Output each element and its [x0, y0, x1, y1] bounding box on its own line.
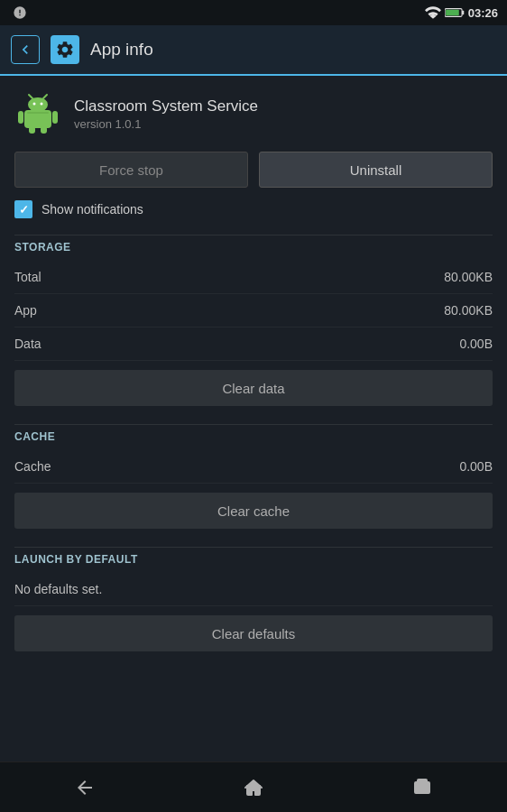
- nav-recent-button[interactable]: [395, 770, 449, 806]
- storage-app-row: App 80.00KB: [14, 294, 493, 328]
- cache-section-header: CACHE: [14, 424, 493, 447]
- svg-rect-1: [462, 11, 464, 14]
- page-title: App info: [90, 40, 153, 60]
- app-name: Classroom System Service: [74, 97, 258, 115]
- storage-app-value: 80.00KB: [444, 303, 493, 318]
- show-notifications-label: Show notifications: [41, 202, 143, 217]
- svg-rect-10: [52, 111, 58, 124]
- clear-cache-button[interactable]: Clear cache: [14, 493, 493, 529]
- checkmark-icon: ✓: [19, 204, 29, 216]
- svg-rect-14: [415, 782, 429, 793]
- nav-home-icon: [243, 777, 264, 798]
- svg-point-4: [28, 97, 48, 112]
- svg-line-8: [43, 95, 47, 98]
- wifi-icon: [425, 6, 441, 19]
- app-version: version 1.0.1: [74, 117, 258, 131]
- notification-row: ✓ Show notifications: [14, 200, 493, 218]
- back-button[interactable]: [11, 35, 40, 64]
- status-time: 03:26: [468, 6, 498, 20]
- app-header: Classroom System Service version 1.0.1: [14, 90, 493, 137]
- storage-total-label: Total: [14, 270, 41, 284]
- notification-icon: [13, 5, 27, 20]
- app-bar-settings-icon: [51, 35, 79, 64]
- battery-icon: [445, 6, 465, 19]
- cache-row: Cache 0.00B: [14, 450, 493, 484]
- storage-data-row: Data 0.00B: [14, 328, 493, 361]
- nav-home-button[interactable]: [226, 770, 281, 806]
- nav-bar: [0, 761, 507, 812]
- app-bar: App info: [0, 25, 507, 76]
- app-icon-wrapper: [14, 90, 61, 137]
- force-stop-button[interactable]: Force stop: [14, 152, 248, 188]
- storage-total-value: 80.00KB: [444, 270, 493, 284]
- svg-rect-9: [18, 111, 23, 124]
- nav-recent-icon: [411, 777, 433, 798]
- svg-point-5: [33, 103, 36, 106]
- storage-total-row: Total 80.00KB: [14, 261, 493, 294]
- status-bar-left: [9, 5, 419, 20]
- app-title-block: Classroom System Service version 1.0.1: [74, 97, 258, 131]
- nav-back-button[interactable]: [58, 770, 112, 806]
- storage-section-header: STORAGE: [14, 235, 493, 257]
- svg-rect-12: [41, 126, 47, 134]
- main-content: Classroom System Service version 1.0.1 F…: [0, 76, 507, 761]
- clear-data-button[interactable]: Clear data: [14, 370, 493, 406]
- back-arrow-icon: [16, 41, 34, 59]
- app-android-icon: [16, 92, 60, 135]
- storage-data-value: 0.00B: [459, 337, 493, 351]
- status-bar: 03:26: [0, 0, 507, 25]
- svg-rect-2: [446, 10, 459, 16]
- storage-data-label: Data: [14, 337, 41, 351]
- nav-back-icon: [74, 777, 96, 798]
- svg-rect-11: [29, 126, 35, 134]
- status-icons: 03:26: [425, 6, 498, 20]
- cache-value: 0.00B: [459, 459, 493, 474]
- no-defaults-text: No defaults set.: [14, 582, 102, 596]
- cache-label: Cache: [14, 459, 51, 474]
- svg-line-7: [29, 95, 32, 98]
- storage-app-label: App: [14, 303, 37, 318]
- buttons-row: Force stop Uninstall: [14, 152, 493, 188]
- svg-rect-15: [418, 780, 427, 782]
- svg-point-6: [41, 103, 43, 106]
- svg-rect-13: [27, 112, 49, 114]
- launch-default-section-header: LAUNCH BY DEFAULT: [14, 547, 493, 569]
- uninstall-button[interactable]: Uninstall: [259, 152, 493, 188]
- show-notifications-checkbox[interactable]: ✓: [14, 200, 32, 218]
- no-defaults-row: No defaults set.: [14, 573, 493, 606]
- clear-defaults-button[interactable]: Clear defaults: [14, 615, 493, 651]
